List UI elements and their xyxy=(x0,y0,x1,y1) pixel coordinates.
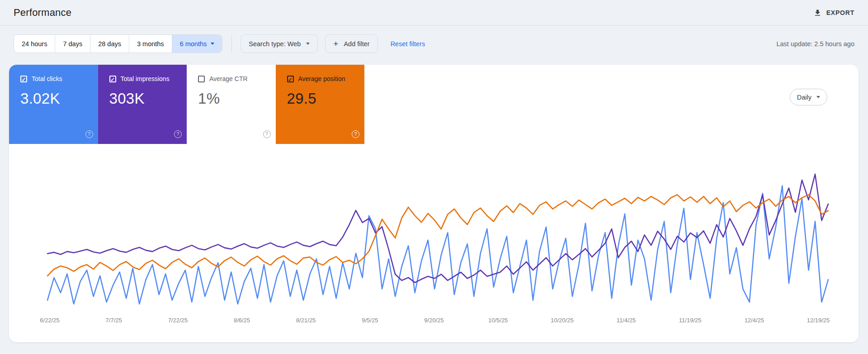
x-axis-tick-label: 8/21/25 xyxy=(296,317,316,324)
search-type-label: Search type: Web xyxy=(249,40,301,48)
metric-cards: ✓Total clicks3.02K?✓Total impressions303… xyxy=(9,65,364,144)
checked-checkbox-icon[interactable]: ✓ xyxy=(109,76,116,82)
chevron-down-icon xyxy=(306,43,310,45)
add-filter-button[interactable]: + Add filter xyxy=(325,34,377,53)
metric-card-label: Average position xyxy=(298,75,345,82)
date-range-label: 24 hours xyxy=(22,40,47,48)
metric-card-value: 29.5 xyxy=(287,90,365,107)
metric-card-label: Total impressions xyxy=(121,75,170,82)
add-filter-label: Add filter xyxy=(344,40,369,48)
chevron-down-icon xyxy=(816,96,820,98)
date-range-selector: 24 hours7 days28 days3 months6 months xyxy=(14,34,222,53)
top-header: Performance EXPORT xyxy=(0,0,868,26)
last-update-text: Last update: 2.5 hours ago xyxy=(776,40,854,48)
checked-checkbox-icon[interactable]: ✓ xyxy=(20,76,27,82)
filter-bar: 24 hours7 days28 days3 months6 months Se… xyxy=(14,34,854,53)
filter-divider xyxy=(231,34,232,53)
metric-card-total-impressions[interactable]: ✓Total impressions303K? xyxy=(98,65,187,144)
search-type-dropdown[interactable]: Search type: Web xyxy=(241,34,318,53)
metric-card-average-ctr[interactable]: Average CTR1%? xyxy=(187,65,276,144)
x-axis-tick-label: 7/22/25 xyxy=(168,317,188,324)
date-range-label: 6 months xyxy=(180,40,207,48)
date-range-28-days[interactable]: 28 days xyxy=(90,35,129,53)
x-axis-tick-label: 11/4/25 xyxy=(617,317,636,324)
page-title: Performance xyxy=(14,7,71,19)
help-icon[interactable]: ? xyxy=(85,130,93,138)
x-axis-tick-label: 9/5/25 xyxy=(362,317,378,324)
x-axis-tick-label: 11/19/25 xyxy=(679,317,702,324)
granularity-dropdown[interactable]: Daily xyxy=(790,89,827,105)
metric-card-label: Total clicks xyxy=(32,75,62,82)
reset-filters-link[interactable]: Reset filters xyxy=(391,40,425,48)
unchecked-checkbox-icon[interactable] xyxy=(198,76,205,82)
chevron-down-icon xyxy=(211,43,214,45)
date-range-label: 3 months xyxy=(137,40,164,48)
x-axis-tick-label: 9/20/25 xyxy=(424,317,443,324)
x-axis-tick-label: 10/20/25 xyxy=(551,317,574,324)
date-range-3-months[interactable]: 3 months xyxy=(129,35,172,53)
help-icon[interactable]: ? xyxy=(174,130,182,138)
date-range-7-days[interactable]: 7 days xyxy=(55,35,90,53)
metric-card-average-position[interactable]: ✓Average position29.5? xyxy=(276,65,365,144)
metric-card-value: 1% xyxy=(198,90,276,107)
export-button[interactable]: EXPORT xyxy=(813,9,854,17)
x-axis-tick-label: 10/5/25 xyxy=(488,317,508,324)
x-axis-tick-label: 7/7/25 xyxy=(106,317,122,324)
granularity-label: Daily xyxy=(797,94,811,101)
x-axis-tick-label: 6/22/25 xyxy=(40,317,59,324)
date-range-label: 28 days xyxy=(98,40,121,48)
x-axis-tick-label: 8/6/25 xyxy=(234,317,250,324)
metric-card-value: 3.02K xyxy=(20,90,98,107)
help-icon[interactable]: ? xyxy=(352,130,359,138)
date-range-24-hours[interactable]: 24 hours xyxy=(14,35,55,53)
x-axis-tick-label: 12/19/25 xyxy=(807,317,830,324)
performance-panel: 6/22/257/7/257/22/258/6/258/21/259/5/259… xyxy=(9,65,859,342)
date-range-6-months[interactable]: 6 months xyxy=(172,35,222,53)
checked-checkbox-icon[interactable]: ✓ xyxy=(287,76,294,82)
metric-card-value: 303K xyxy=(109,90,187,107)
metric-card-label: Average CTR xyxy=(209,75,248,82)
export-label: EXPORT xyxy=(826,9,854,16)
download-icon xyxy=(813,9,822,17)
metric-card-total-clicks[interactable]: ✓Total clicks3.02K? xyxy=(9,65,98,144)
date-range-label: 7 days xyxy=(63,40,82,48)
x-axis-tick-label: 12/4/25 xyxy=(745,317,764,324)
plus-icon: + xyxy=(333,39,338,48)
help-icon[interactable]: ? xyxy=(263,130,271,138)
